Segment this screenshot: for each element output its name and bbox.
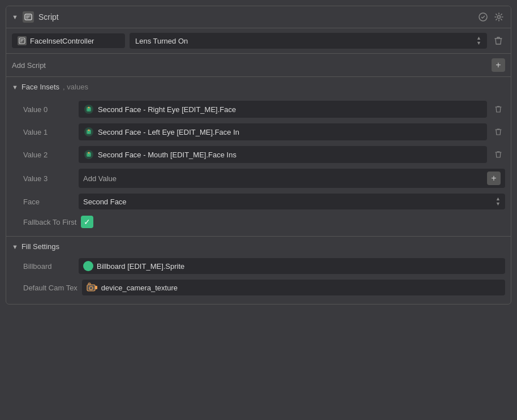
svg-point-5	[498, 16, 501, 19]
billboard-row: Billboard Billboard [EDIT_ME].Sprite	[12, 255, 505, 277]
default-cam-row: Default Cam Tex device_camera_texture	[12, 277, 505, 298]
default-cam-field[interactable]: device_camera_texture	[82, 280, 505, 295]
face-value: Second Face	[83, 198, 127, 206]
value-1-row: Value 1 Second Face - Left Eye [EDIT_ME]…	[12, 121, 505, 143]
face-insets-subtitle: , values	[63, 83, 88, 91]
fill-settings-section: ▼ Fill Settings Billboard Billboard [EDI…	[6, 237, 511, 304]
add-value-field[interactable]: Add Value +	[79, 169, 505, 188]
fill-settings-title: Fill Settings	[21, 242, 59, 251]
face-label: Face	[23, 198, 74, 206]
value-2-field[interactable]: Second Face - Mouth [EDIT_ME].Face Ins	[79, 146, 487, 163]
svg-point-15	[88, 152, 90, 154]
svg-rect-17	[88, 283, 91, 285]
main-panel: ▼ Script	[6, 6, 511, 305]
value-0-field[interactable]: Second Face - Right Eye [EDIT_ME].Face	[79, 101, 487, 118]
fill-settings-collapse-icon[interactable]: ▼	[12, 243, 18, 250]
camera-icon	[87, 282, 98, 293]
add-value-button[interactable]: +	[487, 172, 501, 185]
script-file-icon	[18, 36, 27, 45]
value-3-row: Value 3 Add Value +	[12, 166, 505, 191]
value-0-delete-button[interactable]	[492, 102, 505, 116]
script-event-label: Lens Turned On	[135, 37, 188, 45]
value-1-label: Value 1	[23, 128, 74, 136]
svg-point-13	[88, 130, 90, 131]
value-0-row: Value 0 Second Face - Right Eye [EDIT_ME…	[12, 98, 505, 121]
billboard-label: Billboard	[23, 262, 74, 271]
value-2-row: Value 2 Second Face - Mouth [EDIT_ME].Fa…	[12, 143, 505, 166]
value-2-delete-button[interactable]	[492, 148, 505, 161]
face-stepper-arrows[interactable]: ▲ ▼	[496, 196, 501, 207]
fill-settings-header: ▼ Fill Settings	[12, 242, 505, 251]
default-cam-label: Default Cam Tex	[23, 284, 77, 292]
script-name: FaceInsetController	[30, 37, 94, 45]
face-inset-0-icon	[83, 104, 94, 115]
add-script-button[interactable]: +	[492, 58, 505, 72]
face-inset-2-icon	[83, 149, 94, 160]
fallback-label: Fallback To First	[23, 218, 76, 226]
face-insets-section: ▼ Face Insets , values Value 0 Second Fa…	[6, 77, 511, 232]
face-row: Face Second Face ▲ ▼	[12, 191, 505, 212]
collapse-icon[interactable]: ▼	[12, 14, 18, 20]
check-action-button[interactable]	[477, 11, 489, 23]
add-value-label: Add Value	[83, 174, 117, 183]
value-2-label: Value 2	[23, 151, 74, 159]
script-header-icon	[23, 11, 34, 23]
billboard-value: Billboard [EDIT_ME].Sprite	[97, 262, 184, 271]
script-row: FaceInsetController Lens Turned On ▲ ▼	[6, 28, 511, 54]
panel-title: Script	[38, 12, 472, 22]
script-name-box[interactable]: FaceInsetController	[12, 33, 125, 48]
header-actions	[477, 11, 505, 23]
face-select[interactable]: Second Face ▲ ▼	[79, 194, 505, 209]
billboard-dot-icon	[83, 261, 93, 271]
face-insets-title: Face Insets	[21, 83, 59, 91]
svg-point-11	[88, 107, 90, 109]
panel-header: ▼ Script	[6, 6, 511, 28]
svg-rect-19	[95, 286, 97, 289]
gear-action-button[interactable]	[493, 11, 505, 23]
value-0-text: Second Face - Right Eye [EDIT_ME].Face	[98, 105, 236, 114]
script-delete-button[interactable]	[492, 34, 505, 48]
value-1-text: Second Face - Left Eye [EDIT_ME].Face In	[98, 128, 239, 136]
face-insets-collapse-icon[interactable]: ▼	[12, 84, 18, 91]
event-stepper[interactable]: ▲ ▼	[476, 36, 481, 46]
face-inset-1-icon	[83, 126, 94, 138]
add-script-label: Add Script	[12, 61, 46, 70]
billboard-field[interactable]: Billboard [EDIT_ME].Sprite	[79, 258, 505, 274]
value-1-delete-button[interactable]	[492, 125, 505, 139]
default-cam-value: device_camera_texture	[101, 284, 178, 292]
value-3-label: Value 3	[23, 174, 74, 183]
value-0-label: Value 0	[23, 105, 74, 114]
add-script-row[interactable]: Add Script +	[6, 54, 511, 77]
face-insets-header: ▼ Face Insets , values	[12, 83, 505, 93]
script-event-box[interactable]: Lens Turned On ▲ ▼	[130, 33, 487, 49]
fallback-checkbox[interactable]: ✓	[81, 216, 93, 228]
value-1-field[interactable]: Second Face - Left Eye [EDIT_ME].Face In	[79, 123, 487, 140]
value-2-text: Second Face - Mouth [EDIT_ME].Face Ins	[98, 151, 236, 159]
fallback-row: Fallback To First ✓	[12, 212, 505, 232]
